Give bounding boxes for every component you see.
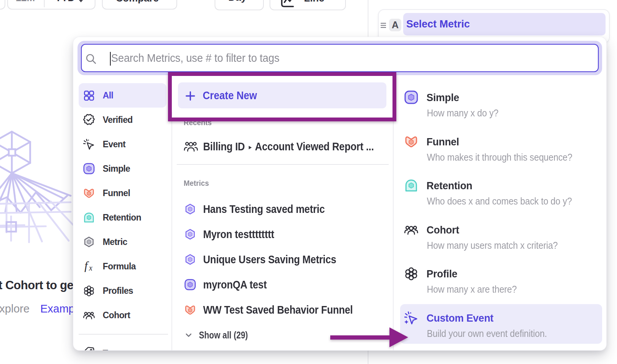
svg-text:x: x bbox=[89, 264, 92, 272]
